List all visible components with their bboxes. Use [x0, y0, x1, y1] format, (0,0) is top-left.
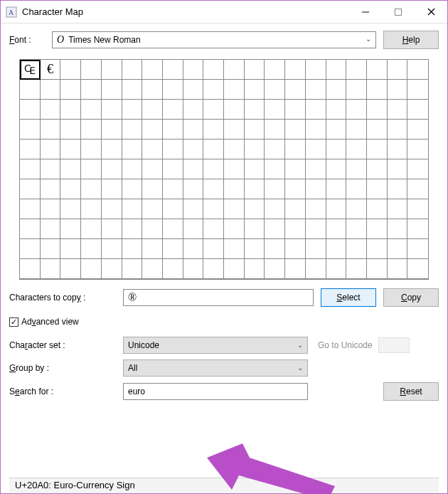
grid-cell[interactable]: [346, 159, 367, 179]
grid-cell[interactable]: [326, 120, 347, 140]
character-grid[interactable]: ₠€: [19, 59, 429, 280]
grid-cell[interactable]: [224, 80, 245, 100]
grid-cell[interactable]: [407, 219, 428, 239]
grid-cell[interactable]: [81, 239, 102, 259]
grid-cell[interactable]: [163, 159, 183, 179]
grid-cell[interactable]: [142, 100, 163, 120]
grid-cell[interactable]: [41, 80, 61, 100]
grid-cell[interactable]: [163, 179, 183, 199]
grid-cell[interactable]: [183, 80, 204, 100]
grid-cell[interactable]: [346, 140, 367, 159]
grid-cell[interactable]: [285, 80, 306, 100]
grid-cell[interactable]: [326, 219, 347, 239]
grid-cell[interactable]: [265, 219, 285, 239]
grid-cell[interactable]: [122, 120, 143, 140]
grid-cell[interactable]: [60, 219, 81, 239]
grid-cell[interactable]: [265, 199, 285, 219]
grid-cell[interactable]: [245, 60, 265, 80]
grid-cell[interactable]: [142, 179, 163, 199]
grid-cell[interactable]: [183, 100, 204, 120]
grid-cell[interactable]: [265, 239, 285, 259]
grid-cell[interactable]: [407, 199, 428, 219]
grid-cell[interactable]: [367, 100, 388, 120]
grid-cell[interactable]: [407, 239, 428, 259]
grid-cell[interactable]: [41, 100, 61, 120]
grid-cell[interactable]: [326, 199, 347, 219]
grid-cell[interactable]: [265, 140, 285, 159]
grid-cell[interactable]: [367, 80, 388, 100]
grid-cell[interactable]: [407, 179, 428, 199]
grid-cell[interactable]: [102, 179, 122, 199]
grid-cell[interactable]: [326, 179, 347, 199]
grid-cell[interactable]: [326, 259, 347, 279]
grid-cell[interactable]: [102, 100, 122, 120]
grid-cell[interactable]: [224, 100, 245, 120]
grid-cell[interactable]: [346, 259, 367, 279]
grid-cell[interactable]: [245, 179, 265, 199]
grid-cell[interactable]: [346, 60, 367, 80]
grid-cell[interactable]: [245, 239, 265, 259]
grid-cell[interactable]: €: [41, 60, 61, 80]
grid-cell[interactable]: [102, 259, 122, 279]
grid-cell[interactable]: [367, 159, 388, 179]
grid-cell[interactable]: [367, 140, 388, 159]
grid-cell[interactable]: [388, 60, 408, 80]
grid-cell[interactable]: [41, 199, 61, 219]
grid-cell[interactable]: [102, 80, 122, 100]
grid-cell[interactable]: [407, 80, 428, 100]
grid-cell[interactable]: [142, 259, 163, 279]
grid-cell[interactable]: [81, 259, 102, 279]
grid-cell[interactable]: [407, 120, 428, 140]
grid-cell[interactable]: [407, 159, 428, 179]
grid-cell[interactable]: [306, 259, 326, 279]
grid-cell[interactable]: [163, 120, 183, 140]
grid-cell[interactable]: [367, 239, 388, 259]
grid-cell[interactable]: [407, 259, 428, 279]
grid-cell[interactable]: [41, 259, 61, 279]
grid-cell[interactable]: [163, 239, 183, 259]
grid-cell[interactable]: [245, 199, 265, 219]
grid-cell[interactable]: [265, 100, 285, 120]
minimize-button[interactable]: [349, 1, 382, 23]
grid-cell[interactable]: [388, 219, 408, 239]
grid-cell[interactable]: [41, 140, 61, 159]
grid-cell[interactable]: [20, 80, 41, 100]
grid-cell[interactable]: [142, 140, 163, 159]
search-input[interactable]: euro: [123, 383, 308, 400]
grid-cell[interactable]: [122, 259, 143, 279]
grid-cell[interactable]: [41, 179, 61, 199]
grid-cell[interactable]: [20, 219, 41, 239]
grid-cell[interactable]: [388, 120, 408, 140]
grid-cell[interactable]: [285, 219, 306, 239]
grid-cell[interactable]: [122, 199, 143, 219]
grid-cell[interactable]: [407, 100, 428, 120]
grid-cell[interactable]: [122, 140, 143, 159]
grid-cell[interactable]: [245, 219, 265, 239]
grid-cell[interactable]: [81, 100, 102, 120]
font-dropdown[interactable]: O Times New Roman ⌄: [52, 31, 376, 48]
grid-cell[interactable]: [41, 159, 61, 179]
grid-cell[interactable]: [388, 159, 408, 179]
grid-cell[interactable]: [20, 179, 41, 199]
grid-cell[interactable]: [122, 179, 143, 199]
grid-cell[interactable]: [245, 259, 265, 279]
grid-cell[interactable]: [163, 140, 183, 159]
grid-cell[interactable]: [81, 60, 102, 80]
grid-cell[interactable]: [20, 140, 41, 159]
grid-cell[interactable]: [81, 159, 102, 179]
grid-cell[interactable]: [142, 219, 163, 239]
grid-cell[interactable]: [306, 159, 326, 179]
grid-cell[interactable]: [367, 219, 388, 239]
grid-cell[interactable]: [60, 80, 81, 100]
grid-cell[interactable]: [346, 100, 367, 120]
grid-cell[interactable]: [122, 60, 143, 80]
grid-cell[interactable]: [102, 120, 122, 140]
grid-cell[interactable]: [183, 239, 204, 259]
grid-cell[interactable]: [81, 140, 102, 159]
grid-cell[interactable]: [224, 159, 245, 179]
grid-cell[interactable]: [163, 80, 183, 100]
grid-cell[interactable]: [122, 239, 143, 259]
grid-cell[interactable]: [163, 60, 183, 80]
grid-cell[interactable]: [265, 120, 285, 140]
grid-cell[interactable]: [60, 199, 81, 219]
